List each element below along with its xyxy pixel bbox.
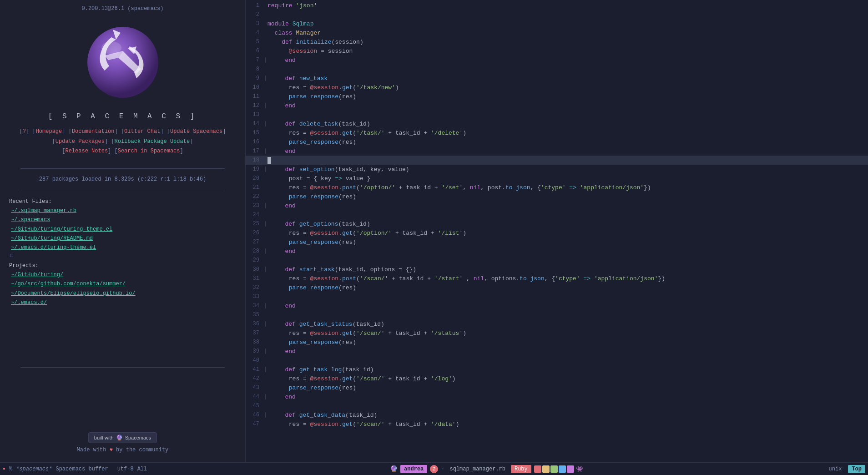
recent-file-4[interactable]: ~/GitHub/turing/README.md bbox=[9, 234, 236, 243]
status-lang-badge[interactable]: Ruby bbox=[511, 465, 531, 473]
spacemacs-btn-label: Spacemacs bbox=[125, 435, 151, 440]
code-lines[interactable]: 1 require 'json' 2 3 module Sqlmap bbox=[246, 0, 868, 462]
packages-info: 287 packages loaded in 8.320s (e:222 r:1… bbox=[39, 176, 206, 182]
spacemacs-icon: 🔮 bbox=[116, 435, 123, 441]
line-content-17: end bbox=[271, 148, 296, 155]
line-content-14: def delete_task(task_id) bbox=[271, 121, 370, 127]
made-with-text: Made with bbox=[77, 447, 106, 453]
code-line-10: 10 res = @session.get('/task/new') bbox=[246, 83, 868, 92]
search-link[interactable]: Search in Spacemacs bbox=[118, 148, 180, 154]
status-buffer-label: Spacemacs buffer bbox=[56, 466, 108, 472]
code-line-24: 24 bbox=[246, 210, 868, 219]
line-content-6: @session = session bbox=[267, 48, 353, 55]
line-num-28: 28 bbox=[247, 248, 264, 254]
code-area-wrapper: 1 require 'json' 2 3 module Sqlmap bbox=[246, 0, 868, 462]
homepage-link[interactable]: Homepage bbox=[36, 128, 62, 135]
update-packages-link[interactable]: Update Packages bbox=[56, 138, 105, 145]
line-content-47: res = @session.get('/scan/' + task_id + … bbox=[267, 421, 459, 428]
bracket: [ bbox=[32, 128, 35, 135]
line-num-26: 26 bbox=[247, 230, 264, 236]
line-content-42: res = @session.get('/scan/' + task_id + … bbox=[267, 375, 456, 382]
line-num-44: 44 bbox=[247, 394, 264, 400]
line-content-23: end bbox=[271, 202, 296, 209]
line-content-44: end bbox=[271, 394, 296, 400]
code-line-3: 3 module Sqlmap bbox=[246, 19, 868, 28]
line-num-37: 37 bbox=[247, 330, 264, 336]
projects-title: Projects: bbox=[9, 263, 236, 269]
bracket: ] bbox=[160, 128, 163, 135]
spacemacs-logo bbox=[77, 17, 168, 108]
line-content-43: parse_response(res) bbox=[267, 384, 356, 391]
line-num-27: 27 bbox=[247, 239, 264, 245]
status-position[interactable]: Top bbox=[848, 465, 865, 473]
line-num-15: 15 bbox=[247, 130, 264, 136]
separator-3 bbox=[20, 367, 225, 368]
line-num-36: 36 bbox=[247, 321, 264, 327]
recent-file-5[interactable]: ~/.emacs.d/turing-theme.el bbox=[9, 243, 236, 252]
bracket: ] bbox=[222, 128, 226, 135]
documentation-link[interactable]: Documentation bbox=[72, 128, 115, 135]
question-link[interactable]: ? bbox=[23, 128, 26, 135]
code-line-29: 29 bbox=[246, 256, 868, 265]
line-num-22: 22 bbox=[247, 193, 264, 200]
recent-file-3[interactable]: ~/GitHub/turing/turing-theme.el bbox=[9, 225, 236, 234]
line-num-32: 32 bbox=[247, 284, 264, 291]
code-line-5: 5 def initialize(session) bbox=[246, 37, 868, 46]
code-line-45: 45 bbox=[246, 401, 868, 410]
line-content-28: end bbox=[271, 248, 296, 255]
status-os: unix bbox=[826, 466, 845, 472]
line-content-31: res = @session.post('/scan/' + task_id +… bbox=[267, 275, 665, 282]
line-content-1: require 'json' bbox=[267, 2, 317, 9]
project-2[interactable]: ~/go/src/github.com/conekta/summer/ bbox=[9, 279, 236, 288]
right-panel: 1 require 'json' 2 3 module Sqlmap bbox=[246, 0, 868, 462]
line-num-38: 38 bbox=[247, 339, 264, 345]
line-content-24 bbox=[267, 212, 271, 218]
line-num-12: 12 bbox=[247, 102, 264, 109]
line-num-21: 21 bbox=[247, 184, 264, 191]
built-with-text: built with bbox=[94, 435, 114, 440]
line-num-17: 17 bbox=[247, 148, 264, 154]
projects: Projects: ~/GitHub/turing/ ~/go/src/gith… bbox=[9, 263, 236, 308]
bracket: ] bbox=[105, 138, 108, 145]
line-num-46: 46 bbox=[247, 412, 264, 418]
line-content-29 bbox=[267, 257, 271, 264]
code-line-23: 23 | end bbox=[246, 201, 868, 210]
line-num-25: 25 bbox=[247, 221, 264, 227]
code-line-12: 12 | end bbox=[246, 101, 868, 110]
code-line-32: 32 parse_response(res) bbox=[246, 283, 868, 292]
rollback-link[interactable]: Rollback Package Update bbox=[115, 138, 190, 145]
line-content-8 bbox=[267, 66, 271, 73]
line-content-34: end bbox=[271, 303, 296, 309]
update-spacemacs-link[interactable]: Update Spacemacs bbox=[170, 128, 222, 135]
project-3[interactable]: ~/Documents/Elipse/elipseio.github.io/ bbox=[9, 289, 236, 298]
nav-links: [?] [Homepage] [Documentation] [Gitter C… bbox=[20, 127, 226, 157]
recent-file-1[interactable]: ~/.sqlmap_manager.rb bbox=[9, 206, 236, 215]
bracket: [ bbox=[20, 128, 23, 135]
line-num-11: 11 bbox=[247, 93, 264, 100]
status-color-blocks: 👾 bbox=[534, 465, 583, 473]
line-num-24: 24 bbox=[247, 212, 264, 218]
release-notes-link[interactable]: Release Notes bbox=[65, 148, 108, 154]
line-content-27: parse_response(res) bbox=[267, 239, 356, 246]
line-num-19: 19 bbox=[247, 166, 264, 172]
project-4[interactable]: ~/.emacs.d/ bbox=[9, 298, 236, 307]
line-num-13: 13 bbox=[247, 111, 264, 118]
status-middle: 🔮 andrea 2 - sqlmap_manager.rb Ruby 👾 bbox=[147, 465, 826, 473]
line-num-10: 10 bbox=[247, 84, 264, 91]
code-line-30: 30 | def start_task(task_id, options = {… bbox=[246, 265, 868, 274]
status-user-badge[interactable]: andrea bbox=[400, 465, 427, 473]
line-content-37: res = @session.get('/scan/' + task_id + … bbox=[267, 330, 466, 337]
gitter-chat-link[interactable]: Gitter Chat bbox=[124, 128, 160, 135]
bracket: ] bbox=[108, 148, 111, 154]
code-line-2: 2 bbox=[246, 10, 868, 19]
line-num-9: 9 bbox=[247, 75, 264, 81]
built-with-button[interactable]: built with 🔮 Spacemacs bbox=[88, 432, 157, 443]
line-content-41: def get_task_log(task_id) bbox=[271, 366, 373, 373]
left-panel: 0.200.13@26.1 (spacemacs) bbox=[0, 0, 246, 462]
line-num-40: 40 bbox=[247, 357, 264, 364]
recent-file-2[interactable]: ~/.spacemacs bbox=[9, 215, 236, 224]
code-line-28: 28 | end bbox=[246, 247, 868, 256]
project-1[interactable]: ~/GitHub/turing/ bbox=[9, 270, 236, 279]
code-line-26: 26 res = @session.get('/option/' + task_… bbox=[246, 228, 868, 238]
svg-point-1 bbox=[87, 27, 158, 98]
